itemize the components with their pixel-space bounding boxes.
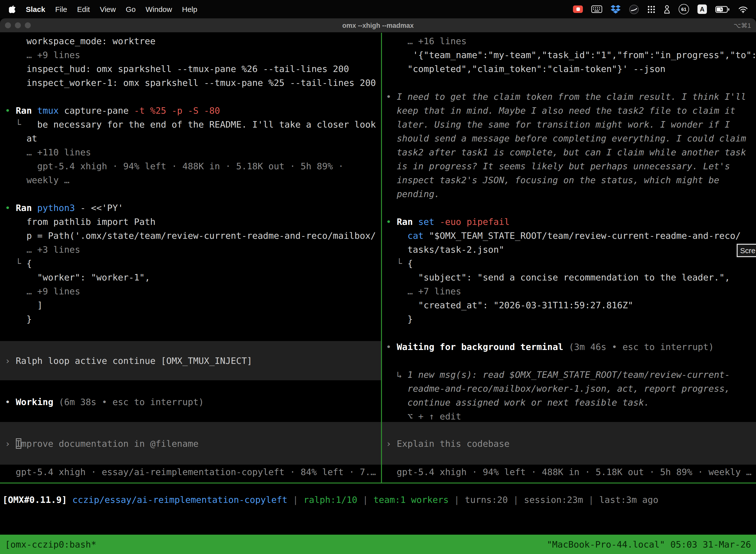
terminal-line: readme-and-reco/mailbox/worker-1.json, a… bbox=[386, 382, 756, 396]
terminal-line bbox=[386, 354, 756, 368]
input-source-icon[interactable]: A bbox=[697, 4, 707, 14]
person-outline-icon[interactable] bbox=[664, 5, 670, 14]
terminal-line: … +7 lines bbox=[386, 284, 756, 298]
terminal-line: "subject": "send a concise recommendatio… bbox=[386, 271, 756, 284]
terminal-line: └ be necessary for the end of the README… bbox=[5, 118, 381, 131]
terminal-line: tasks/task-2.json" bbox=[386, 243, 756, 257]
screen: Slack FileEditViewGoWindowHelp 61 A bbox=[0, 0, 756, 554]
tmux-host-clock: "MacBook-Pro-44.local" 05:03 31-Mar-26 bbox=[547, 539, 751, 550]
terminal-line: is in progress? It seems likely but perh… bbox=[386, 159, 756, 173]
terminal-line bbox=[386, 326, 756, 340]
terminal-line: inspect_hud: omx sparkshell --tmux-pane … bbox=[5, 62, 381, 76]
menu-go[interactable]: Go bbox=[126, 5, 136, 13]
keyboard-icon[interactable] bbox=[591, 5, 602, 13]
dropbox-icon[interactable] bbox=[611, 5, 621, 14]
battery-percent-badge[interactable]: 61 bbox=[679, 4, 689, 14]
terminal-line: ] bbox=[5, 298, 381, 312]
terminal-line: … +9 lines bbox=[5, 48, 381, 62]
menu-bar-left: Slack FileEditViewGoWindowHelp bbox=[9, 5, 197, 13]
menu-bar: Slack FileEditViewGoWindowHelp 61 A bbox=[0, 0, 756, 18]
pane-scrollback: workspace_mode: worktree … +9 lines insp… bbox=[0, 34, 381, 326]
terminal-line: • Ran python3 - <<'PY' bbox=[5, 201, 381, 215]
menu-edit[interactable]: Edit bbox=[77, 5, 90, 13]
terminal-line bbox=[386, 76, 756, 90]
app-menus: FileEditViewGoWindowHelp bbox=[55, 5, 197, 13]
terminal-line bbox=[5, 187, 381, 201]
terminal-line: inspect_worker-1: omx sparkshell --tmux-… bbox=[5, 76, 381, 90]
record-indicator-icon[interactable] bbox=[573, 5, 583, 13]
queued-message-band: › Ralph loop active continue [OMX_TMUX_I… bbox=[0, 341, 381, 380]
terminal-line: ⌥ + ↑ edit bbox=[386, 409, 756, 424]
active-app-menu[interactable]: Slack bbox=[26, 5, 45, 13]
terminal-line: keep that in mind. Maybe I also need the… bbox=[386, 104, 756, 118]
apple-menu-icon[interactable] bbox=[9, 5, 16, 13]
hud-status-line: [OMX#0.11.9] cczip/essay/ai-reimplementa… bbox=[0, 493, 756, 507]
tmux-pane-left[interactable]: workspace_mode: worktree … +9 lines insp… bbox=[0, 33, 381, 483]
tmux-session-label: [omx-cczip0:bash* bbox=[5, 539, 96, 550]
terminal-line: } bbox=[386, 312, 756, 326]
battery-icon[interactable] bbox=[715, 6, 730, 13]
terminal-line: at bbox=[5, 131, 381, 146]
tmux-status-bar: [omx-cczip0:bash* "MacBook-Pro-44.local"… bbox=[0, 535, 756, 554]
terminal-line: … +9 lines bbox=[5, 284, 381, 298]
terminal-line: "completed","claim_token":"claim-token"}… bbox=[386, 62, 756, 76]
terminal-line: continue assigned work or next feasible … bbox=[386, 396, 756, 409]
menu-help[interactable]: Help bbox=[182, 5, 197, 13]
window-shortcut-hint: ⌥⌘1 bbox=[734, 21, 751, 29]
terminal-line: p = Path('.omx/state/team/review-current… bbox=[5, 229, 381, 243]
traffic-lights bbox=[5, 22, 31, 28]
terminal-line: "created_at": "2026-03-31T11:59:27.816Z" bbox=[386, 298, 756, 312]
window-title-bar[interactable]: omx --xhigh --madmax ⌥⌘1 bbox=[0, 18, 756, 33]
pane-divider-horizontal[interactable] bbox=[0, 483, 756, 484]
pane-scrollback: … +16 lines '{"team_name":"my-team","tas… bbox=[382, 34, 756, 424]
terminal-line bbox=[5, 90, 381, 104]
model-status-line: gpt-5.4 xhigh · 94% left · 488K in · 5.1… bbox=[382, 465, 756, 479]
prompt-input-band[interactable]: › Improve documentation in @filename bbox=[0, 422, 381, 465]
terminal-line: should send a message before completing … bbox=[386, 131, 756, 146]
menu-file[interactable]: File bbox=[55, 5, 67, 13]
menu-window[interactable]: Window bbox=[145, 5, 172, 13]
zoom-button[interactable] bbox=[25, 22, 31, 28]
terminal-line: } bbox=[5, 312, 381, 326]
overlay-popup: Scre bbox=[737, 244, 756, 257]
window-title: omx --xhigh --madmax bbox=[0, 21, 756, 29]
menu-bar-status-icons: 61 A bbox=[573, 4, 748, 14]
terminal-line: from pathlib import Path bbox=[5, 215, 381, 229]
terminal-line: … +110 lines bbox=[5, 146, 381, 159]
terminal-line: └ { bbox=[386, 257, 756, 271]
minimize-button[interactable] bbox=[15, 22, 21, 28]
terminal-line: inspect task2's JSON, focusing on the st… bbox=[386, 173, 756, 187]
terminal-line: '{"team_name":"my-team","task_id":"1","f… bbox=[386, 48, 756, 62]
model-status-line: gpt-5.4 xhigh · essay/ai-reimplementatio… bbox=[0, 465, 381, 479]
terminal-line: gpt-5.4 xhigh · 94% left · 488K in · 5.1… bbox=[5, 159, 381, 173]
swirl-app-icon[interactable] bbox=[629, 4, 639, 14]
terminal-line: later. Using the same for transition mig… bbox=[386, 118, 756, 131]
prompt-input-band[interactable]: › Explain this codebase bbox=[382, 422, 756, 465]
terminal-line: weekly … bbox=[5, 173, 381, 187]
wifi-icon[interactable] bbox=[738, 5, 748, 13]
terminal-line: … +16 lines bbox=[386, 34, 756, 48]
terminal-window: omx --xhigh --madmax ⌥⌘1 workspace_mode:… bbox=[0, 18, 756, 554]
close-button[interactable] bbox=[5, 22, 11, 28]
terminal-line: • I need to get the claim token from the… bbox=[386, 90, 756, 104]
terminal-line: • Ran tmux capture-pane -t %25 -p -S -80 bbox=[5, 104, 381, 118]
dots-grid-icon[interactable] bbox=[647, 5, 655, 13]
terminal-line: task2 after task1 is complete, but can I… bbox=[386, 146, 756, 159]
terminal-line: pending. bbox=[386, 187, 756, 201]
terminal-line: ↳ 1 new msg(s): read $OMX_TEAM_STATE_ROO… bbox=[386, 368, 756, 382]
terminal-line bbox=[386, 201, 756, 215]
terminal-line: "worker": "worker-1", bbox=[5, 271, 381, 284]
terminal-content: workspace_mode: worktree … +9 lines insp… bbox=[0, 33, 756, 535]
terminal-line: • Waiting for background terminal (3m 46… bbox=[386, 340, 756, 354]
terminal-line: workspace_mode: worktree bbox=[5, 34, 381, 48]
working-status-line: • Working (6m 38s • esc to interrupt) bbox=[0, 395, 381, 409]
terminal-line: cat "$OMX_TEAM_STATE_ROOT/team/review-cu… bbox=[386, 229, 756, 243]
terminal-line: └ { bbox=[5, 257, 381, 271]
menu-view[interactable]: View bbox=[100, 5, 116, 13]
terminal-line: • Ran set -euo pipefail bbox=[386, 215, 756, 229]
tmux-pane-right[interactable]: … +16 lines '{"team_name":"my-team","tas… bbox=[382, 33, 756, 483]
terminal-line: … +3 lines bbox=[5, 243, 381, 257]
